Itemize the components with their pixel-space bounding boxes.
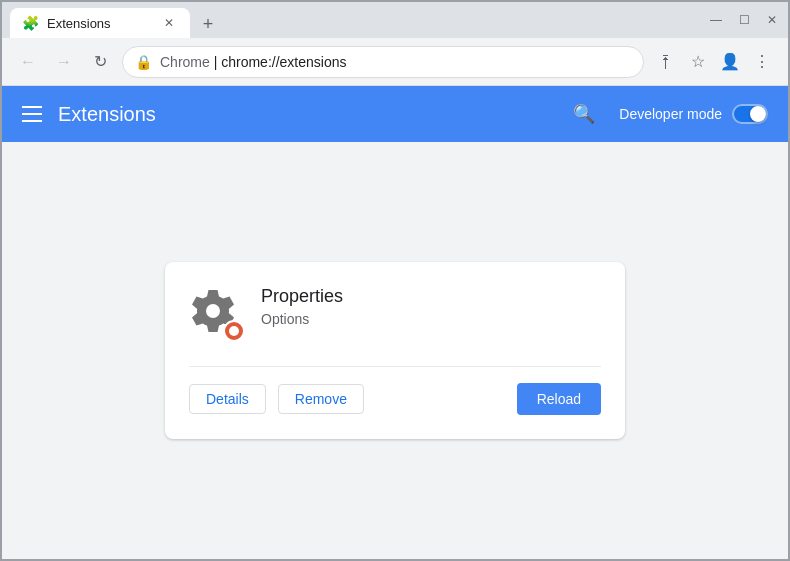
url-site-name: Chrome xyxy=(160,54,210,70)
extension-info: Properties Options xyxy=(189,286,601,342)
reload-page-button[interactable]: ↻ xyxy=(86,48,114,76)
extension-actions: Details Remove Reload xyxy=(189,366,601,415)
developer-mode-label: Developer mode xyxy=(619,106,722,122)
extension-card: Properties Options Details Remove Reload xyxy=(165,262,625,439)
record-inner-dot xyxy=(229,326,239,336)
address-bar: ← → ↻ 🔒 Chrome | chrome://extensions ⭱ ☆… xyxy=(2,38,788,86)
hamburger-menu[interactable] xyxy=(22,106,42,122)
tab-title: Extensions xyxy=(47,16,152,31)
extension-text: Properties Options xyxy=(261,286,343,327)
maximize-button[interactable]: ☐ xyxy=(736,13,752,27)
record-badge xyxy=(223,320,245,342)
active-tab[interactable]: 🧩 Extensions ✕ xyxy=(10,8,190,38)
extensions-header: Extensions 🔍 Developer mode xyxy=(2,86,788,142)
menu-button[interactable]: ⋮ xyxy=(748,48,776,76)
extension-name: Properties xyxy=(261,286,343,307)
url-display: Chrome | chrome://extensions xyxy=(160,54,631,70)
minimize-button[interactable]: — xyxy=(708,13,724,27)
new-tab-button[interactable]: + xyxy=(194,10,222,38)
back-button[interactable]: ← xyxy=(14,48,42,76)
search-icon[interactable]: 🔍 xyxy=(573,103,595,125)
bookmark-button[interactable]: ☆ xyxy=(684,48,712,76)
share-button[interactable]: ⭱ xyxy=(652,48,680,76)
hamburger-line-3 xyxy=(22,120,42,122)
extension-options: Options xyxy=(261,311,343,327)
window-controls: — ☐ ✕ xyxy=(708,13,780,27)
forward-button[interactable]: → xyxy=(50,48,78,76)
hamburger-line-2 xyxy=(22,113,42,115)
hamburger-line-1 xyxy=(22,106,42,108)
details-button[interactable]: Details xyxy=(189,384,266,414)
tab-strip: 🧩 Extensions ✕ + xyxy=(10,2,708,38)
reload-button[interactable]: Reload xyxy=(517,383,601,415)
extension-icon-container xyxy=(189,286,245,342)
close-button[interactable]: ✕ xyxy=(764,13,780,27)
toolbar-actions: ⭱ ☆ 👤 ⋮ xyxy=(652,48,776,76)
developer-mode-area: Developer mode xyxy=(619,104,768,124)
title-bar: 🧩 Extensions ✕ + — ☐ ✕ xyxy=(2,2,788,38)
lock-icon: 🔒 xyxy=(135,54,152,70)
tab-extension-icon: 🧩 xyxy=(22,15,39,31)
url-bar[interactable]: 🔒 Chrome | chrome://extensions xyxy=(122,46,644,78)
profile-button[interactable]: 👤 xyxy=(716,48,744,76)
remove-button[interactable]: Remove xyxy=(278,384,364,414)
toggle-knob xyxy=(750,106,766,122)
tab-close-button[interactable]: ✕ xyxy=(160,14,178,32)
url-path: chrome://extensions xyxy=(221,54,346,70)
main-content: 🔍 RISK.COM Properties Options Details Re… xyxy=(2,142,788,559)
page-title: Extensions xyxy=(58,103,557,126)
developer-mode-toggle[interactable] xyxy=(732,104,768,124)
